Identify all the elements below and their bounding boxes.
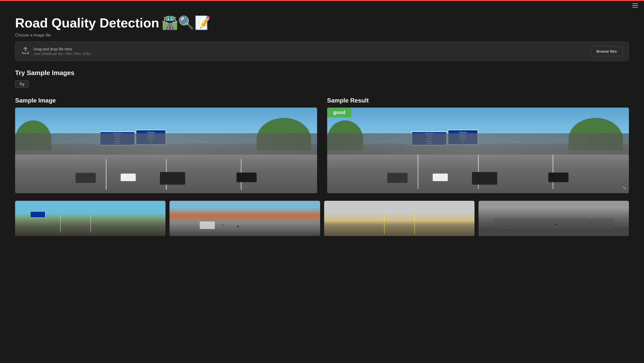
page-title: Road Quality Detection 🛣️🔍📝 xyxy=(15,15,629,30)
hamburger-line-2 xyxy=(632,5,638,6)
sample-result-container: HannoverKasselErfurtMarburgHänau Dortmun… xyxy=(327,108,629,193)
page-title-emojis: 🛣️🔍📝 xyxy=(162,15,211,30)
sample-image-container: HannoverKasselErfurtMarburgHänau Dortmun… xyxy=(15,108,317,193)
top-bar xyxy=(0,0,644,1)
sample-image-section: Sample Image xyxy=(15,97,317,193)
page-subtitle: Choose a image file xyxy=(15,33,629,38)
hamburger-line-3 xyxy=(632,7,638,8)
sample-image-title: Sample Image xyxy=(15,97,317,104)
thumbnail-2[interactable] xyxy=(170,201,320,236)
sample-result-road-scene: HannoverKasselErfurtMarburgHänau Dortmun… xyxy=(327,108,629,193)
hamburger-line-1 xyxy=(632,4,638,4)
upload-left: Drag and drop file here Limit 200MB per … xyxy=(21,46,91,56)
upload-limit-text: Limit 200MB per file • JPG, PNG, JPEG xyxy=(33,52,91,56)
thumbnail-row xyxy=(15,201,629,236)
sample-result-section: Sample Result Hann xyxy=(327,97,629,193)
sample-image-road-scene: HannoverKasselErfurtMarburgHänau Dortmun… xyxy=(15,108,317,193)
result-badge: good xyxy=(327,108,352,117)
sample-result-title: Sample Result xyxy=(327,97,629,104)
thumbnail-1[interactable] xyxy=(15,201,165,236)
upload-drag-text: Drag and drop file here xyxy=(33,47,91,51)
upload-text: Drag and drop file here Limit 200MB per … xyxy=(33,47,91,56)
upload-icon xyxy=(21,46,29,56)
browse-files-button[interactable]: Browse files xyxy=(591,46,623,56)
sample-section-title: Try Sample Images xyxy=(15,69,629,77)
expand-icon[interactable]: ⤡ xyxy=(623,185,626,191)
upload-dropzone[interactable]: Drag and drop file here Limit 200MB per … xyxy=(15,42,629,61)
try-button[interactable]: Try xyxy=(15,80,29,88)
hamburger-button[interactable] xyxy=(632,4,638,8)
main-content: Road Quality Detection 🛣️🔍📝 Choose a ima… xyxy=(0,0,644,246)
thumbnail-3[interactable] xyxy=(324,201,474,236)
page-title-text: Road Quality Detection xyxy=(15,15,159,30)
images-row: Sample Image xyxy=(15,97,629,193)
thumbnail-4[interactable] xyxy=(479,201,629,236)
